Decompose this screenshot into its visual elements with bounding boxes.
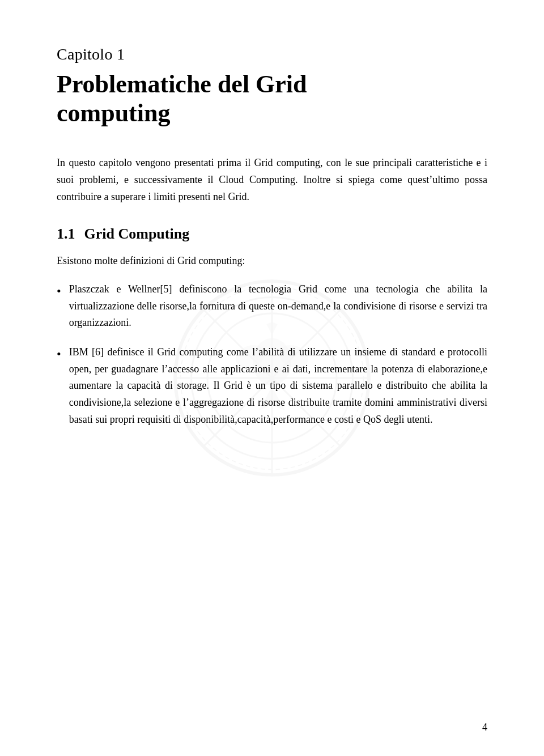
list-item: • IBM [6] definisce il Grid computing co… bbox=[57, 344, 487, 428]
list-item: • Plaszczak e Wellner[5] definiscono la … bbox=[57, 281, 487, 332]
bullet-dot-1: • bbox=[57, 282, 61, 300]
page-number: 4 bbox=[482, 721, 487, 733]
page: Capitolo 1 Problematiche del Grid comput… bbox=[0, 0, 544, 756]
intro-paragraph: In questo capitolo vengono presentati pr… bbox=[57, 155, 487, 205]
bullet-text-2: IBM [6] definisce il Grid computing come… bbox=[69, 344, 487, 428]
bullet-list: • Plaszczak e Wellner[5] definiscono la … bbox=[57, 281, 487, 428]
page-content: Capitolo 1 Problematiche del Grid comput… bbox=[57, 45, 487, 428]
section-number: 1.1 bbox=[57, 226, 75, 243]
chapter-title-line2: computing bbox=[57, 99, 487, 128]
chapter-title-line1: Problematiche del Grid bbox=[57, 70, 487, 99]
section-intro-text: Esistono molte definizioni di Grid compu… bbox=[57, 253, 487, 270]
bullet-text-1: Plaszczak e Wellner[5] definiscono la te… bbox=[69, 281, 487, 332]
section-title: Grid Computing bbox=[84, 226, 190, 243]
chapter-label: Capitolo 1 bbox=[57, 45, 487, 63]
bullet-dot-2: • bbox=[57, 345, 61, 363]
section-heading: 1.1 Grid Computing bbox=[57, 226, 487, 243]
